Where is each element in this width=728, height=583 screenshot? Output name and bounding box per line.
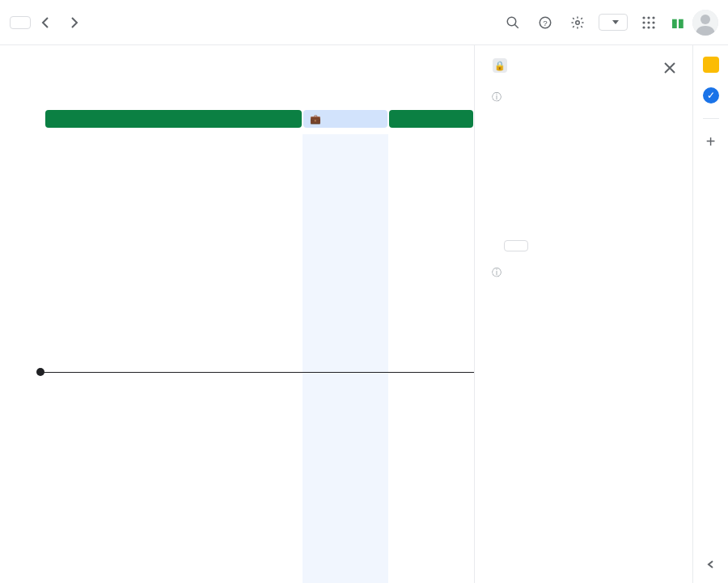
info-icon[interactable]: ⓘ [492,266,502,280]
adjust-hours-button[interactable] [504,240,528,251]
svg-point-8 [642,21,645,23]
side-rail: ✓ + [692,45,728,583]
calendar-grid: 💼 [0,45,474,583]
meetings-heading: ⓘ [488,266,679,280]
chevron-down-icon [612,20,619,24]
breakdown-heading: ⓘ [488,91,679,104]
time-insights-panel: 🔒 ⓘ ⓘ [474,45,692,583]
svg-point-5 [642,16,645,19]
app-header: ? ▮▮ [0,0,728,45]
add-addon-button[interactable]: + [703,133,719,150]
lock-icon: 🔒 [493,58,507,73]
svg-point-15 [700,15,710,24]
svg-point-13 [652,26,654,28]
search-icon[interactable] [497,6,529,39]
close-button[interactable] [658,57,681,79]
org-brand: ▮▮ [671,17,684,28]
settings-icon[interactable] [561,6,594,39]
donut-chart [531,119,637,224]
svg-text:?: ? [543,18,548,27]
svg-point-4 [576,20,580,24]
help-icon[interactable]: ? [529,6,561,39]
svg-point-9 [647,21,650,23]
briefcase-icon: 💼 [310,114,321,125]
svg-point-0 [507,17,516,26]
svg-line-1 [514,24,518,28]
expand-rail-button[interactable] [706,560,716,572]
now-indicator [40,372,474,373]
ooo-background [303,134,388,583]
allday-event[interactable] [389,110,473,128]
avatar[interactable] [692,10,718,36]
next-week-button[interactable] [61,10,87,36]
keep-icon[interactable] [703,57,719,73]
today-button[interactable] [10,16,31,29]
insights-title: 🔒 [488,58,679,73]
view-selector[interactable] [599,14,628,31]
allday-event-ooo[interactable]: 💼 [303,110,387,128]
apps-icon[interactable] [633,6,665,39]
allday-row: 💼 [0,110,474,129]
svg-point-10 [652,21,654,23]
tasks-icon[interactable]: ✓ [703,87,719,104]
svg-point-7 [652,16,654,19]
info-icon[interactable]: ⓘ [492,91,502,104]
svg-point-12 [647,26,650,28]
prev-week-button[interactable] [32,10,58,36]
svg-point-6 [647,16,650,19]
allday-event[interactable] [45,110,302,128]
svg-point-11 [642,26,645,28]
